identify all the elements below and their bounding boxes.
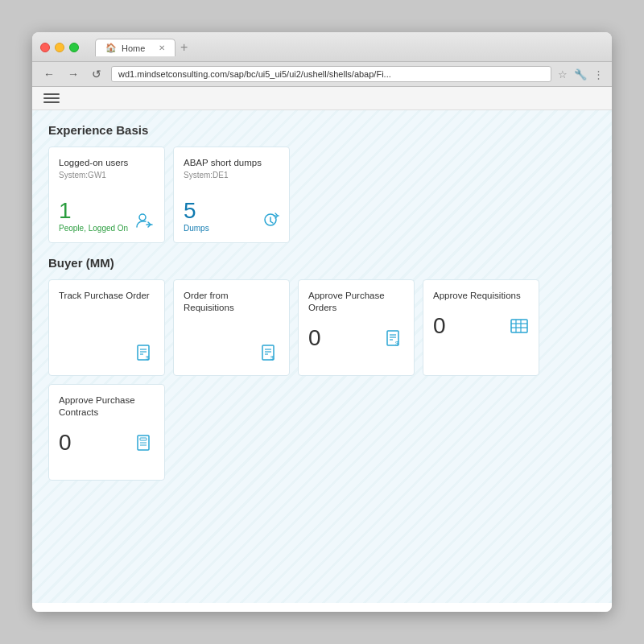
- svg-rect-24: [140, 438, 147, 440]
- approve-purchase-orders-card[interactable]: Approve Purchase Orders 0 $: [298, 279, 415, 376]
- svg-text:$: $: [270, 354, 275, 361]
- track-purchase-order-icon: $: [135, 344, 155, 365]
- hamburger-menu[interactable]: [43, 93, 60, 103]
- chrome-menu-icon[interactable]: ⋮: [593, 68, 604, 80]
- abap-short-dumps-card[interactable]: ABAP short dumps System:DE1 5 Dumps: [173, 147, 290, 243]
- logged-on-users-title: Logged-on users: [59, 157, 155, 169]
- track-purchase-order-card[interactable]: Track Purchase Order $: [48, 279, 165, 376]
- extension-icon[interactable]: 🔧: [574, 68, 587, 80]
- order-from-requisitions-card[interactable]: Order from Requisitions $: [173, 279, 290, 376]
- forward-button[interactable]: →: [64, 66, 82, 82]
- logged-on-users-card[interactable]: Logged-on users System:GW1 1 People, Log…: [48, 147, 165, 243]
- main-area: Experience Basis Logged-on users System:…: [32, 110, 612, 603]
- approve-requisitions-icon: [510, 317, 529, 339]
- buyer-mm-cards-row1: Track Purchase Order $: [48, 279, 596, 376]
- approve-purchase-contracts-card[interactable]: Approve Purchase Contracts 0: [48, 384, 165, 481]
- order-from-requisitions-title: Order from Requisitions: [184, 290, 279, 314]
- close-button[interactable]: [40, 43, 50, 52]
- abap-short-dumps-icon: [262, 213, 279, 233]
- approve-purchase-contracts-icon: [135, 434, 155, 456]
- experience-basis-section: Experience Basis Logged-on users System:…: [48, 123, 596, 243]
- address-bar: ← → ↺ ☆ 🔧 ⋮: [32, 62, 612, 87]
- approve-purchase-orders-title: Approve Purchase Orders: [308, 290, 404, 314]
- svg-text:$: $: [146, 354, 150, 361]
- approve-purchase-orders-icon: $: [385, 329, 404, 351]
- new-tab-button[interactable]: +: [175, 39, 192, 56]
- experience-basis-title: Experience Basis: [48, 123, 596, 137]
- logged-on-users-value: 1: [59, 198, 128, 224]
- logged-on-users-icon: [135, 213, 155, 233]
- svg-text:$: $: [395, 340, 399, 347]
- approve-requisitions-title: Approve Requisitions: [433, 290, 529, 302]
- track-purchase-order-title: Track Purchase Order: [59, 290, 155, 302]
- logged-on-users-subtitle: System:GW1: [59, 171, 155, 180]
- approve-requisitions-value: 0: [433, 313, 446, 339]
- shell-header: [32, 87, 612, 110]
- abap-short-dumps-label: Dumps: [184, 224, 209, 233]
- active-tab[interactable]: 🏠 Home ✕: [95, 39, 175, 56]
- order-from-requisitions-icon: $: [260, 344, 279, 365]
- svg-rect-18: [511, 320, 527, 332]
- back-button[interactable]: ←: [40, 66, 58, 82]
- buyer-mm-section: Buyer (MM) Track Purchase Order $: [48, 256, 596, 481]
- page-content: Experience Basis Logged-on users System:…: [32, 87, 612, 612]
- experience-basis-cards: Logged-on users System:GW1 1 People, Log…: [48, 147, 596, 243]
- abap-short-dumps-subtitle: System:DE1: [184, 171, 279, 180]
- approve-purchase-contracts-title: Approve Purchase Contracts: [59, 394, 155, 419]
- maximize-button[interactable]: [69, 43, 79, 52]
- tab-close-icon[interactable]: ✕: [159, 43, 165, 52]
- browser-window: 🏠 Home ✕ + ← → ↺ ☆ 🔧 ⋮: [32, 32, 612, 612]
- refresh-button[interactable]: ↺: [89, 66, 105, 82]
- abap-short-dumps-title: ABAP short dumps: [184, 157, 279, 169]
- approve-requisitions-card[interactable]: Approve Requisitions 0: [423, 279, 539, 376]
- svg-point-0: [139, 214, 146, 221]
- abap-short-dumps-value: 5: [184, 198, 209, 224]
- bookmark-icon[interactable]: ☆: [558, 68, 568, 80]
- approve-purchase-contracts-value: 0: [59, 430, 72, 456]
- approve-purchase-orders-value: 0: [308, 325, 321, 351]
- address-input[interactable]: [111, 66, 551, 82]
- tab-home-icon: 🏠: [105, 43, 117, 53]
- tab-bar: 🏠 Home ✕ +: [95, 39, 192, 56]
- tab-title: Home: [122, 43, 145, 53]
- minimize-button[interactable]: [55, 43, 64, 52]
- traffic-lights: [40, 43, 79, 52]
- buyer-mm-cards-row2: Approve Purchase Contracts 0: [48, 384, 596, 481]
- logged-on-users-label: People, Logged On: [59, 224, 128, 233]
- buyer-mm-title: Buyer (MM): [48, 256, 596, 270]
- title-bar: 🏠 Home ✕ +: [32, 32, 612, 62]
